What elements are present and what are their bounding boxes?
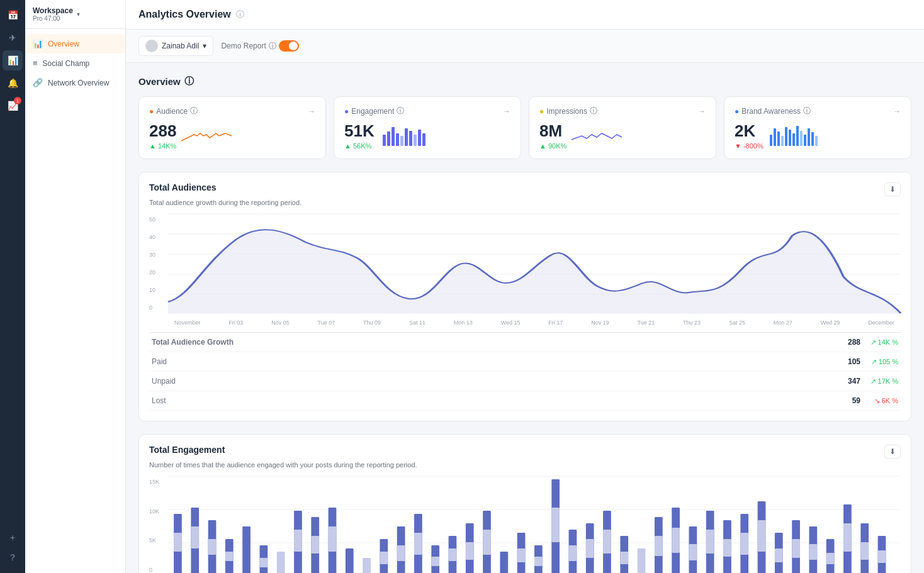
svg-rect-3	[396, 133, 399, 146]
page-help-icon[interactable]: ⓘ	[236, 9, 244, 20]
svg-rect-94	[740, 533, 748, 555]
svg-rect-21	[811, 132, 814, 146]
demo-report-info-icon: ⓘ	[269, 41, 276, 52]
overview-section-title: Overview ⓘ	[138, 75, 911, 87]
svg-rect-48	[311, 536, 319, 554]
workspace-name: Workspace	[33, 6, 73, 15]
workspace-selector[interactable]: Workspace Pro 47:00 ▾	[25, 0, 125, 29]
profile-selector[interactable]: Zainab Adil ▾	[138, 36, 213, 56]
svg-rect-75	[569, 545, 577, 561]
main-content: Analytics Overview ⓘ Zainab Adil ▾ Demo …	[126, 0, 924, 573]
svg-rect-17	[796, 126, 799, 146]
engagement-value: 51K	[344, 121, 375, 141]
total-audiences-download[interactable]: ⬇	[884, 182, 901, 196]
analytics-icon: 📊	[8, 55, 18, 65]
help-icon: ？	[8, 552, 17, 564]
sidebar: Workspace Pro 47:00 ▾ 📊 Overview ≡ Socia…	[25, 0, 126, 573]
social-champ-icon: ≡	[33, 58, 38, 68]
svg-rect-71	[534, 557, 543, 566]
total-engagement-download[interactable]: ⬇	[884, 445, 901, 459]
svg-rect-54	[380, 552, 388, 564]
impressions-info-icon: ⓘ	[590, 106, 597, 116]
x-axis-labels: November Fri 03 Nov 05 Tue 07 Thu 09 Sat…	[168, 320, 901, 326]
mentions-icon-btn[interactable]: 🔔	[3, 73, 23, 93]
engagement-info-icon: ⓘ	[397, 106, 404, 116]
overview-info-icon: ⓘ	[184, 75, 194, 87]
engagement-change: ▲ 56K%	[344, 142, 375, 150]
svg-rect-58	[414, 533, 422, 555]
demo-report-toggle[interactable]	[279, 40, 299, 52]
analytics-icon-btn[interactable]: 📊	[3, 50, 23, 70]
svg-rect-9	[422, 133, 425, 146]
paid-value: 105	[823, 357, 860, 366]
sidebar-item-overview[interactable]: 📊 Overview	[25, 34, 125, 53]
brand-awareness-info-icon: ⓘ	[803, 106, 811, 116]
engagement-arrow[interactable]: →	[503, 107, 510, 116]
svg-rect-62	[449, 548, 457, 561]
svg-rect-81	[620, 552, 628, 564]
svg-rect-102	[809, 544, 818, 560]
svg-rect-106	[843, 523, 852, 552]
total-engagement-title: Total Engagement	[149, 445, 225, 455]
impressions-card-label: ● Impressions ⓘ	[539, 106, 597, 116]
audience-change: ▲ 14K%	[149, 142, 176, 150]
send-icon-btn[interactable]: ✈	[3, 28, 23, 48]
bar-chart-svg	[168, 476, 901, 573]
engagement-card: ● Engagement ⓘ → 51K ▲ 56K%	[334, 96, 521, 159]
svg-rect-13	[781, 136, 784, 146]
total-audiences-panel: Total Audiences ⬇ Total audience growth …	[138, 172, 911, 421]
sidebar-item-social-champ-label: Social Champ	[43, 59, 90, 68]
svg-rect-12	[777, 131, 780, 146]
mentions-icon: 🔔	[8, 78, 18, 88]
svg-rect-6	[409, 131, 412, 146]
svg-rect-64	[466, 542, 474, 560]
sidebar-nav: 📊 Overview ≡ Social Champ 🔗 Network Over…	[25, 29, 125, 97]
engagement-y-labels: 15K 10K 5K 0	[149, 476, 159, 573]
impressions-change: ▲ 90K%	[539, 142, 566, 150]
calendar-icon-btn[interactable]: 📅	[3, 5, 23, 25]
icon-bar: 📅 ✈ 📊 🔔 📈 1 ＋ ？	[0, 0, 25, 573]
svg-rect-51	[346, 548, 354, 573]
brand-awareness-arrow[interactable]: →	[893, 107, 901, 116]
y-axis-labels: 50 40 30 20 10 0	[149, 214, 155, 313]
svg-rect-44	[277, 552, 285, 573]
filters-bar: Zainab Adil ▾ Demo Report ⓘ	[126, 30, 924, 63]
help-icon-btn[interactable]: ？	[3, 548, 23, 568]
audience-stats-paid-row: Paid 105 ↗ 105 %	[149, 352, 901, 372]
unpaid-label: Unpaid	[152, 377, 823, 386]
svg-rect-108	[860, 542, 869, 560]
sidebar-item-network-overview[interactable]: 🔗 Network Overview	[25, 73, 125, 92]
sidebar-item-network-overview-label: Network Overview	[48, 79, 109, 87]
engagement-sparkline	[380, 122, 510, 150]
paid-label: Paid	[152, 357, 823, 366]
unpaid-change: ↗ 17K %	[860, 377, 898, 386]
profile-selector-chevron: ▾	[203, 42, 206, 50]
svg-rect-60	[431, 557, 439, 566]
brand-awareness-value: 2K	[735, 121, 763, 141]
lost-change: ↘ 6K %	[860, 397, 898, 405]
svg-rect-56	[397, 545, 405, 561]
bar-chart-icon-btn[interactable]: 📈 1	[3, 96, 23, 116]
plus-icon-btn[interactable]: ＋	[3, 528, 23, 548]
svg-rect-46	[294, 530, 302, 552]
svg-rect-8	[418, 130, 421, 146]
workspace-sub: Pro 47:00	[33, 15, 73, 22]
send-icon: ✈	[9, 33, 16, 43]
lost-value: 59	[823, 396, 860, 405]
audience-arrow[interactable]: →	[308, 107, 315, 116]
svg-rect-50	[329, 526, 337, 552]
network-overview-icon: 🔗	[33, 78, 43, 87]
impressions-arrow[interactable]: →	[698, 107, 706, 116]
audience-stats-lost-row: Lost 59 ↘ 6K %	[149, 391, 901, 411]
sidebar-item-social-champ[interactable]: ≡ Social Champ	[25, 53, 125, 73]
svg-rect-88	[689, 544, 697, 560]
page-header: Analytics Overview ⓘ	[126, 0, 924, 30]
impressions-sparkline	[572, 122, 706, 150]
workspace-chevron: ▾	[77, 11, 80, 18]
audience-card: ● Audience ⓘ → 288 ▲ 14K%	[138, 96, 326, 159]
svg-rect-2	[392, 127, 395, 146]
total-audiences-title: Total Audiences	[149, 182, 217, 192]
stats-header-change: ↗ 14K %	[860, 338, 898, 347]
svg-rect-40	[225, 552, 234, 561]
svg-rect-5	[405, 128, 408, 146]
